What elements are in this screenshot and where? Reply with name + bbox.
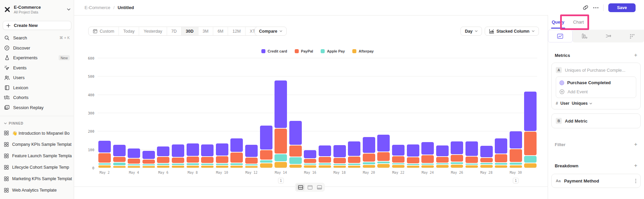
date-range-12m[interactable]: 12M — [228, 27, 245, 35]
granularity-button[interactable]: Day — [460, 27, 482, 36]
layout-split-button[interactable] — [296, 184, 305, 191]
bar-segment-apple-pay — [451, 162, 463, 164]
layout-top-button[interactable] — [305, 184, 314, 191]
tab-flows[interactable] — [597, 30, 620, 42]
stacked-bar-may-4[interactable] — [128, 148, 140, 168]
stacked-bar-may-8[interactable] — [187, 143, 199, 168]
metric-card-b[interactable]: B Add Metric — [551, 113, 641, 128]
annotation-count-badge[interactable]: 1 — [278, 178, 284, 184]
date-range-3m[interactable]: 3M — [198, 27, 213, 35]
pinned-board-lifecycle-cohort[interactable]: Lifecycle Cohort Sample Temp — [0, 162, 74, 173]
tab-query[interactable]: Query — [552, 15, 565, 29]
stacked-bar-may-15[interactable] — [289, 121, 302, 168]
breadcrumb-project[interactable]: E-Commerce — [85, 5, 110, 10]
tab-chart[interactable]: Chart — [573, 15, 584, 29]
bar-segment-credit-card — [436, 145, 449, 156]
chart-type-button[interactable]: Stacked Column — [485, 27, 539, 36]
stacked-bar-may-9[interactable] — [201, 144, 214, 168]
stacked-bar-may-22[interactable] — [392, 145, 405, 168]
stacked-bar-may-21[interactable] — [377, 135, 390, 168]
pinned-board-company-kpis[interactable]: Company KPIs Sample Templat — [0, 139, 74, 150]
stacked-bar-may-19[interactable] — [348, 141, 360, 168]
stacked-bar-may-6[interactable] — [157, 146, 169, 168]
metric-a-title-row[interactable]: A Uniques of Purchase Comple... — [556, 66, 636, 74]
sidebar-item-lexicon[interactable]: Lexicon — [0, 83, 74, 93]
tab-funnels[interactable] — [573, 30, 597, 42]
compass-icon — [4, 45, 10, 51]
agg-type-dropdown[interactable]: Uniques — [572, 101, 592, 106]
save-button[interactable]: Save — [608, 3, 636, 12]
date-range-yesterday[interactable]: Yesterday — [139, 27, 167, 35]
legend-item-credit-card[interactable]: Credit card — [261, 49, 287, 53]
stacked-bar-may-20[interactable] — [363, 137, 375, 168]
stacked-bar-may-27[interactable] — [465, 141, 478, 168]
breakdown-card[interactable]: Aa Payment Method — [551, 174, 641, 188]
stacked-bar-may-2[interactable] — [98, 141, 111, 168]
stacked-bar-may-26[interactable] — [451, 141, 463, 168]
sidebar-item-discover[interactable]: Discover — [0, 43, 74, 53]
stacked-bar-may-7[interactable] — [172, 144, 184, 168]
date-range-6m[interactable]: 6M — [213, 27, 228, 35]
more-options-button[interactable] — [593, 7, 599, 8]
legend-item-apple-pay[interactable]: Apple Pay — [321, 49, 345, 53]
sidebar-item-cohorts[interactable]: Cohorts — [0, 93, 74, 103]
stacked-bar-may-3[interactable] — [113, 145, 126, 168]
stacked-bar-may-13[interactable] — [260, 126, 272, 168]
annotation-count-badge[interactable]: 1 — [513, 178, 519, 184]
sidebar-item-session-replay[interactable]: Session Replay — [0, 103, 74, 113]
date-range-30d-selected[interactable]: 30D — [182, 27, 198, 35]
tab-insights[interactable] — [548, 30, 573, 42]
date-range-today[interactable]: Today — [119, 27, 139, 35]
sidebar-item-search[interactable]: Search ⌘ + K — [0, 33, 74, 43]
add-breakdown-plus-button[interactable]: + — [634, 163, 637, 168]
bar-segment-credit-card — [348, 141, 360, 156]
add-event-row[interactable]: Add Event — [559, 87, 633, 96]
sidebar-item-experiments[interactable]: Experiments New — [0, 53, 74, 63]
pinned-board-feature-launch[interactable]: Feature Launch Sample Templa — [0, 150, 74, 162]
bar-segment-credit-card — [304, 150, 316, 158]
pinned-board-intro[interactable]: 👋 Introduction to Mixpanel Bo — [0, 127, 74, 139]
stacked-bar-may-25[interactable] — [436, 145, 449, 168]
stacked-bar-may-12[interactable] — [245, 145, 258, 168]
legend-item-paypal[interactable]: PayPal — [295, 49, 313, 53]
stacked-bar-may-17[interactable] — [319, 145, 331, 168]
bar-segment-afterpay — [157, 166, 169, 168]
report-title[interactable]: Untitled — [118, 5, 134, 10]
stacked-bar-may-10[interactable] — [216, 143, 228, 168]
copy-link-button[interactable] — [583, 5, 588, 10]
stacked-bar-may-30[interactable] — [510, 131, 522, 168]
stacked-bar-may-29[interactable] — [495, 138, 507, 168]
compare-button[interactable]: Compare — [255, 27, 287, 36]
add-filter-plus-button[interactable]: + — [634, 142, 637, 147]
bar-segment-apple-pay — [172, 164, 184, 165]
pinned-board-web-analytics[interactable]: Web Analytics Template — [0, 185, 74, 196]
stacked-bar-may-5[interactable] — [142, 151, 155, 168]
project-switcher[interactable]: E-Commerce All Project Data — [0, 0, 74, 14]
event-row-purchase-completed[interactable]: Purchase Completed — [559, 78, 633, 87]
stacked-bar-may-14[interactable] — [275, 80, 287, 168]
bar-segment-afterpay — [377, 164, 390, 168]
add-metric-plus-button[interactable]: + — [634, 53, 637, 58]
sidebar-item-events[interactable]: Events — [0, 63, 74, 73]
stacked-column-icon — [489, 29, 494, 34]
legend-item-afterpay[interactable]: Afterpay — [352, 49, 374, 53]
create-new-button[interactable]: Create New — [3, 21, 71, 30]
stacked-bar-may-28[interactable] — [480, 146, 493, 168]
date-range-custom[interactable]: Custom — [89, 27, 119, 35]
layout-bottom-button[interactable] — [315, 184, 324, 191]
stacked-bar-may-18[interactable] — [333, 145, 346, 168]
bar-segment-paypal — [216, 156, 228, 163]
top-header: E-Commerce / Untitled Save — [74, 0, 644, 15]
stacked-bar-may-23[interactable] — [407, 144, 419, 168]
pinned-board-marketing-kpis[interactable]: Marketing KPIs Sample Templat — [0, 173, 74, 185]
agg-entity[interactable]: User — [560, 101, 570, 106]
kebab-menu-icon[interactable] — [635, 179, 636, 183]
date-range-7d[interactable]: 7D — [167, 27, 182, 35]
stacked-bar-may-24[interactable] — [421, 142, 434, 168]
tab-retention[interactable] — [620, 30, 644, 42]
sidebar-item-users[interactable]: Users — [0, 73, 74, 83]
stacked-bar-may-11[interactable] — [230, 138, 243, 168]
stacked-bar-may-16[interactable] — [304, 150, 316, 168]
pinned-section-header[interactable]: PINNED — [0, 116, 74, 127]
stacked-bar-may-31[interactable] — [524, 92, 537, 168]
